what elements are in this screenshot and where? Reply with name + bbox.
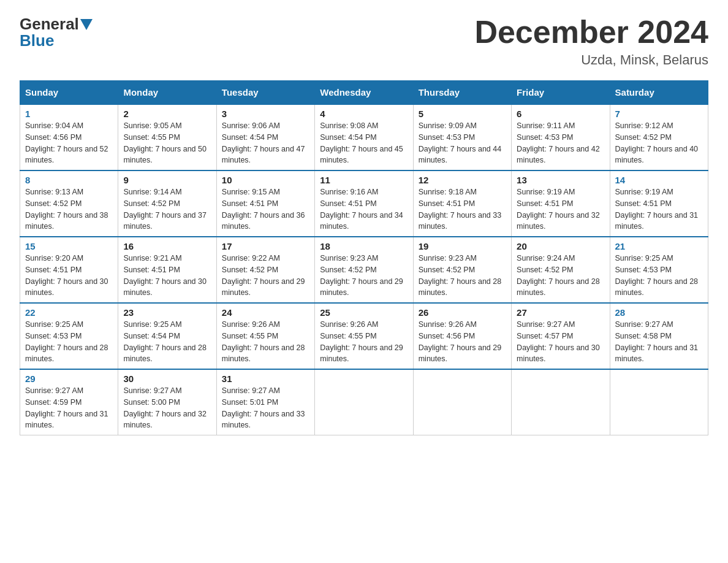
day-info: Sunrise: 9:26 AMSunset: 4:56 PMDaylight:… [419, 319, 506, 365]
day-info: Sunrise: 9:22 AMSunset: 4:52 PMDaylight:… [222, 253, 309, 299]
month-title: December 2024 [474, 15, 708, 50]
col-header-friday: Friday [512, 81, 610, 105]
day-number: 18 [320, 241, 408, 251]
day-number: 24 [222, 307, 309, 318]
empty-cell [315, 369, 413, 435]
day-number: 27 [517, 307, 604, 318]
day-number: 15 [25, 241, 113, 251]
day-cell-6: 6Sunrise: 9:11 AMSunset: 4:53 PMDaylight… [512, 104, 610, 170]
col-header-monday: Monday [118, 81, 216, 105]
day-cell-7: 7Sunrise: 9:12 AMSunset: 4:52 PMDaylight… [610, 104, 708, 170]
logo-blue: Blue [20, 31, 54, 50]
day-number: 13 [517, 175, 604, 185]
day-number: 10 [222, 175, 309, 185]
day-cell-10: 10Sunrise: 9:15 AMSunset: 4:51 PMDayligh… [216, 170, 314, 237]
day-cell-12: 12Sunrise: 9:18 AMSunset: 4:51 PMDayligh… [413, 170, 511, 237]
day-number: 23 [123, 307, 211, 318]
page-header: General Blue December 2024 Uzda, Minsk, … [20, 15, 708, 68]
day-info: Sunrise: 9:25 AMSunset: 4:53 PMDaylight:… [25, 319, 113, 365]
day-cell-9: 9Sunrise: 9:14 AMSunset: 4:52 PMDaylight… [118, 170, 216, 237]
day-number: 11 [320, 175, 408, 185]
logo-triangle-icon [80, 19, 93, 30]
day-info: Sunrise: 9:08 AMSunset: 4:54 PMDaylight:… [320, 120, 408, 166]
day-info: Sunrise: 9:18 AMSunset: 4:51 PMDaylight:… [419, 186, 506, 232]
day-number: 25 [320, 307, 408, 318]
day-cell-3: 3Sunrise: 9:06 AMSunset: 4:54 PMDaylight… [216, 104, 314, 170]
day-info: Sunrise: 9:26 AMSunset: 4:55 PMDaylight:… [222, 319, 309, 365]
day-number: 4 [320, 109, 408, 119]
day-cell-2: 2Sunrise: 9:05 AMSunset: 4:55 PMDaylight… [118, 104, 216, 170]
day-info: Sunrise: 9:19 AMSunset: 4:51 PMDaylight:… [517, 186, 604, 232]
week-row-5: 29Sunrise: 9:27 AMSunset: 4:59 PMDayligh… [20, 369, 708, 435]
week-row-4: 22Sunrise: 9:25 AMSunset: 4:53 PMDayligh… [20, 303, 708, 369]
day-info: Sunrise: 9:27 AMSunset: 4:57 PMDaylight:… [517, 319, 604, 365]
week-row-2: 8Sunrise: 9:13 AMSunset: 4:52 PMDaylight… [20, 170, 708, 237]
day-info: Sunrise: 9:15 AMSunset: 4:51 PMDaylight:… [222, 186, 309, 232]
day-number: 31 [222, 373, 309, 384]
day-cell-26: 26Sunrise: 9:26 AMSunset: 4:56 PMDayligh… [413, 303, 511, 369]
day-info: Sunrise: 9:13 AMSunset: 4:52 PMDaylight:… [25, 186, 113, 232]
day-number: 6 [517, 109, 604, 119]
col-header-sunday: Sunday [20, 81, 118, 105]
day-number: 7 [615, 109, 703, 119]
day-number: 26 [419, 307, 506, 318]
day-cell-11: 11Sunrise: 9:16 AMSunset: 4:51 PMDayligh… [315, 170, 413, 237]
day-info: Sunrise: 9:27 AMSunset: 4:59 PMDaylight:… [25, 385, 113, 431]
day-cell-28: 28Sunrise: 9:27 AMSunset: 4:58 PMDayligh… [610, 303, 708, 369]
day-info: Sunrise: 9:19 AMSunset: 4:51 PMDaylight:… [615, 186, 703, 232]
day-info: Sunrise: 9:27 AMSunset: 5:01 PMDaylight:… [222, 385, 309, 431]
day-cell-24: 24Sunrise: 9:26 AMSunset: 4:55 PMDayligh… [216, 303, 314, 369]
day-cell-15: 15Sunrise: 9:20 AMSunset: 4:51 PMDayligh… [20, 237, 118, 303]
day-cell-17: 17Sunrise: 9:22 AMSunset: 4:52 PMDayligh… [216, 237, 314, 303]
day-number: 22 [25, 307, 113, 318]
week-row-3: 15Sunrise: 9:20 AMSunset: 4:51 PMDayligh… [20, 237, 708, 303]
day-info: Sunrise: 9:09 AMSunset: 4:53 PMDaylight:… [419, 120, 506, 166]
week-row-1: 1Sunrise: 9:04 AMSunset: 4:56 PMDaylight… [20, 104, 708, 170]
day-info: Sunrise: 9:14 AMSunset: 4:52 PMDaylight:… [123, 186, 211, 232]
day-number: 21 [615, 241, 703, 251]
day-number: 30 [123, 373, 211, 384]
day-number: 28 [615, 307, 703, 318]
day-info: Sunrise: 9:20 AMSunset: 4:51 PMDaylight:… [25, 253, 113, 299]
day-info: Sunrise: 9:27 AMSunset: 5:00 PMDaylight:… [123, 385, 211, 431]
day-info: Sunrise: 9:23 AMSunset: 4:52 PMDaylight:… [419, 253, 506, 299]
day-info: Sunrise: 9:04 AMSunset: 4:56 PMDaylight:… [25, 120, 113, 166]
logo: General Blue [20, 15, 94, 50]
day-number: 3 [222, 109, 309, 119]
day-number: 17 [222, 241, 309, 251]
day-info: Sunrise: 9:24 AMSunset: 4:52 PMDaylight:… [517, 253, 604, 299]
day-cell-29: 29Sunrise: 9:27 AMSunset: 4:59 PMDayligh… [20, 369, 118, 435]
day-number: 5 [419, 109, 506, 119]
day-cell-31: 31Sunrise: 9:27 AMSunset: 5:01 PMDayligh… [216, 369, 314, 435]
day-number: 12 [419, 175, 506, 185]
day-info: Sunrise: 9:16 AMSunset: 4:51 PMDaylight:… [320, 186, 408, 232]
day-info: Sunrise: 9:25 AMSunset: 4:54 PMDaylight:… [123, 319, 211, 365]
calendar-header-row: SundayMondayTuesdayWednesdayThursdayFrid… [20, 81, 708, 105]
day-cell-8: 8Sunrise: 9:13 AMSunset: 4:52 PMDaylight… [20, 170, 118, 237]
day-number: 19 [419, 241, 506, 251]
empty-cell [512, 369, 610, 435]
day-cell-23: 23Sunrise: 9:25 AMSunset: 4:54 PMDayligh… [118, 303, 216, 369]
day-cell-4: 4Sunrise: 9:08 AMSunset: 4:54 PMDaylight… [315, 104, 413, 170]
day-cell-20: 20Sunrise: 9:24 AMSunset: 4:52 PMDayligh… [512, 237, 610, 303]
day-cell-1: 1Sunrise: 9:04 AMSunset: 4:56 PMDaylight… [20, 104, 118, 170]
day-number: 20 [517, 241, 604, 251]
day-cell-14: 14Sunrise: 9:19 AMSunset: 4:51 PMDayligh… [610, 170, 708, 237]
col-header-wednesday: Wednesday [315, 81, 413, 105]
title-block: December 2024 Uzda, Minsk, Belarus [474, 15, 708, 68]
day-cell-18: 18Sunrise: 9:23 AMSunset: 4:52 PMDayligh… [315, 237, 413, 303]
day-number: 29 [25, 373, 113, 384]
day-info: Sunrise: 9:21 AMSunset: 4:51 PMDaylight:… [123, 253, 211, 299]
day-number: 9 [123, 175, 211, 185]
day-info: Sunrise: 9:05 AMSunset: 4:55 PMDaylight:… [123, 120, 211, 166]
day-number: 2 [123, 109, 211, 119]
day-info: Sunrise: 9:12 AMSunset: 4:52 PMDaylight:… [615, 120, 703, 166]
col-header-saturday: Saturday [610, 81, 708, 105]
day-cell-27: 27Sunrise: 9:27 AMSunset: 4:57 PMDayligh… [512, 303, 610, 369]
col-header-thursday: Thursday [413, 81, 511, 105]
day-cell-19: 19Sunrise: 9:23 AMSunset: 4:52 PMDayligh… [413, 237, 511, 303]
day-info: Sunrise: 9:06 AMSunset: 4:54 PMDaylight:… [222, 120, 309, 166]
calendar-table: SundayMondayTuesdayWednesdayThursdayFrid… [20, 80, 708, 435]
empty-cell [610, 369, 708, 435]
day-cell-25: 25Sunrise: 9:26 AMSunset: 4:55 PMDayligh… [315, 303, 413, 369]
